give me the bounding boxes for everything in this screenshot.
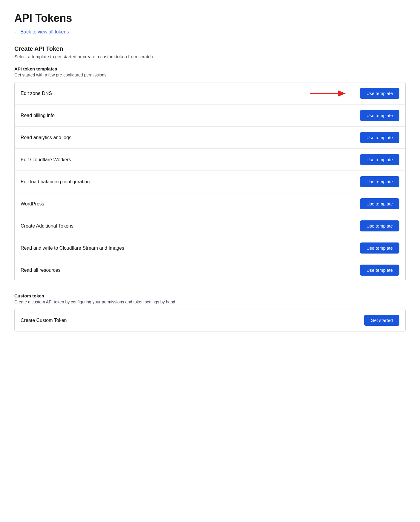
use-template-button[interactable]: Use template — [360, 265, 399, 276]
template-row: Read analytics and logsUse template — [15, 127, 405, 149]
templates-label: API token templates — [14, 66, 406, 71]
use-template-button[interactable]: Use template — [360, 220, 399, 231]
use-template-button[interactable]: Use template — [360, 88, 399, 99]
template-row: Read billing infoUse template — [15, 105, 405, 127]
template-name: Read billing info — [21, 113, 55, 118]
custom-token-row-label: Create Custom Token — [21, 318, 67, 323]
template-row: Edit load balancing configurationUse tem… — [15, 171, 405, 193]
custom-token-label: Custom token — [14, 293, 406, 298]
create-section-title: Create API Token — [14, 45, 406, 52]
templates-table: Edit zone DNSUse templateRead billing in… — [14, 82, 406, 281]
template-row: WordPressUse template — [15, 193, 405, 215]
template-row: Create Additional TokensUse template — [15, 215, 405, 237]
use-template-button[interactable]: Use template — [360, 110, 399, 121]
template-row: Read and write to Cloudflare Stream and … — [15, 237, 405, 259]
arrow-indicator — [310, 87, 346, 99]
use-template-button[interactable]: Use template — [360, 176, 399, 187]
template-name: Create Additional Tokens — [21, 223, 73, 229]
template-name: Edit load balancing configuration — [21, 179, 90, 185]
back-link[interactable]: ← Back to view all tokens — [14, 29, 69, 35]
template-name: Read and write to Cloudflare Stream and … — [21, 245, 124, 251]
get-started-button[interactable]: Get started — [364, 315, 399, 326]
svg-marker-1 — [338, 90, 346, 96]
templates-desc: Get started with a few pre-configured pe… — [14, 73, 406, 77]
custom-token-desc: Create a custom API token by configuring… — [14, 300, 406, 304]
use-template-button[interactable]: Use template — [360, 132, 399, 143]
template-row: Edit zone DNSUse template — [15, 82, 405, 105]
template-name: Read analytics and logs — [21, 135, 71, 140]
use-template-button[interactable]: Use template — [360, 154, 399, 165]
template-name: Read all resources — [21, 268, 60, 273]
use-template-button[interactable]: Use template — [360, 198, 399, 209]
template-row: Edit Cloudflare WorkersUse template — [15, 149, 405, 171]
template-name: WordPress — [21, 201, 44, 207]
template-name: Edit zone DNS — [21, 91, 52, 96]
create-section-subtitle: Select a template to get started or crea… — [14, 54, 406, 59]
use-template-button[interactable]: Use template — [360, 242, 399, 254]
page-title: API Tokens — [14, 12, 406, 24]
custom-token-row: Create Custom Token Get started — [14, 309, 406, 331]
template-name: Edit Cloudflare Workers — [21, 157, 71, 162]
custom-token-section: Custom token Create a custom API token b… — [14, 293, 406, 331]
template-row: Read all resourcesUse template — [15, 259, 405, 281]
